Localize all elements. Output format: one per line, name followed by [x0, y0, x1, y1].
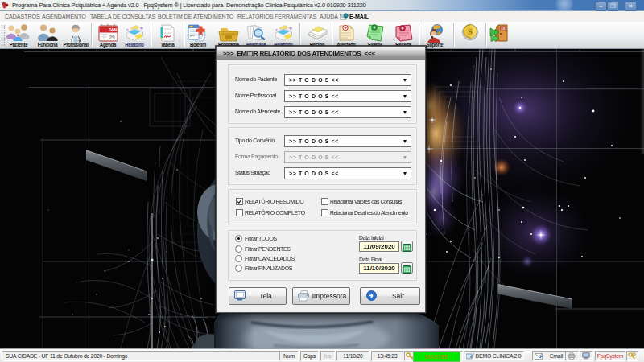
svg-text:EXIT: EXIT [500, 27, 506, 30]
svg-text:JAN: JAN [108, 27, 116, 32]
svg-text:S: S [468, 27, 473, 36]
svg-text:29: 29 [109, 35, 115, 40]
